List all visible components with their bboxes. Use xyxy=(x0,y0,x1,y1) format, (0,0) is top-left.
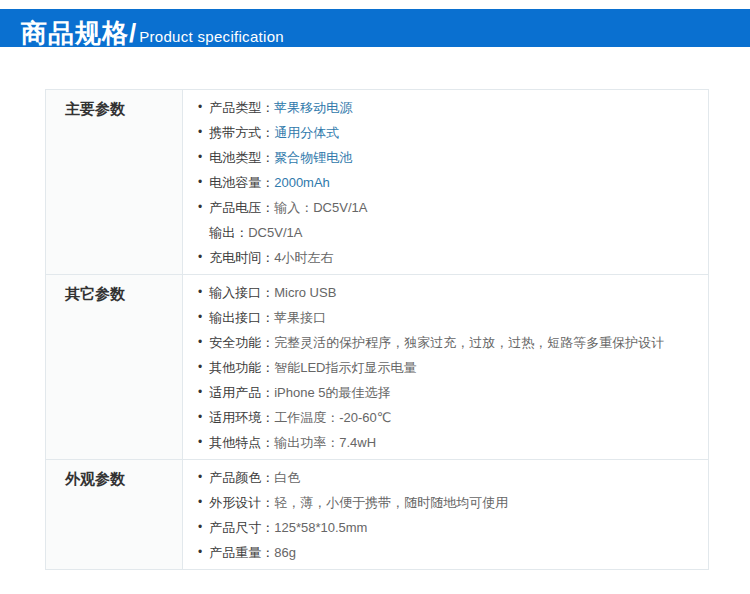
bullet-icon: • xyxy=(198,145,202,170)
spec-label: 适用产品： xyxy=(209,380,274,405)
spec-line: •产品尺寸：125*58*10.5mm xyxy=(198,515,693,540)
spec-label: 产品颜色： xyxy=(209,465,274,490)
spec-value: 输入：DC5V/1A xyxy=(274,195,367,220)
spec-value: 苹果接口 xyxy=(274,305,326,330)
bullet-icon: • xyxy=(198,245,202,270)
section-items: •产品类型：苹果移动电源•携带方式：通用分体式•电池类型：聚合物锂电池•电池容量… xyxy=(183,90,708,274)
section-title: 其它参数 xyxy=(46,275,183,459)
page-title-zh: 商品规格/ xyxy=(21,14,137,52)
spec-label: 电池容量： xyxy=(209,170,274,195)
spec-label: 安全功能： xyxy=(209,330,274,355)
section-header-banner: 商品规格/ Product specification xyxy=(0,9,750,47)
section-title: 外观参数 xyxy=(46,460,183,569)
spec-value: 轻，薄，小便于携带，随时随地均可使用 xyxy=(274,490,508,515)
spec-label: 其他特点： xyxy=(209,430,274,455)
spec-label: 产品电压： xyxy=(209,195,274,220)
bullet-icon: • xyxy=(198,490,202,515)
spec-value: 输出功率：7.4wH xyxy=(274,430,376,455)
section-header-text: 商品规格/ Product specification xyxy=(21,14,284,52)
spec-value: 工作温度：-20-60℃ xyxy=(274,405,391,430)
spec-line: •输出：DC5V/1A xyxy=(198,220,693,245)
section-items: •输入接口：Micro USB•输出接口：苹果接口•安全功能：完整灵活的保护程序… xyxy=(183,275,708,459)
spec-label: 输出： xyxy=(209,220,248,245)
spec-label: 充电时间： xyxy=(209,245,274,270)
spec-value: 86g xyxy=(274,540,296,565)
spec-label: 适用环境： xyxy=(209,405,274,430)
spec-line: •适用环境：工作温度：-20-60℃ xyxy=(198,405,693,430)
bullet-icon: • xyxy=(198,170,202,195)
spec-value: Micro USB xyxy=(274,280,336,305)
spec-line: •其他特点：输出功率：7.4wH xyxy=(198,430,693,455)
bullet-icon: • xyxy=(198,465,202,490)
spec-line: •其他功能：智能LED指示灯显示电量 xyxy=(198,355,693,380)
page-title-en: Product specification xyxy=(139,28,284,45)
spec-line: •产品电压：输入：DC5V/1A xyxy=(198,195,693,220)
spec-table: 主要参数•产品类型：苹果移动电源•携带方式：通用分体式•电池类型：聚合物锂电池•… xyxy=(45,89,709,570)
spec-line: •充电时间：4小时左右 xyxy=(198,245,693,270)
spec-label: 外形设计： xyxy=(209,490,274,515)
spec-label: 其他功能： xyxy=(209,355,274,380)
spec-line: •产品重量：86g xyxy=(198,540,693,565)
spec-value: 智能LED指示灯显示电量 xyxy=(274,355,416,380)
bullet-icon: • xyxy=(198,95,202,120)
spec-line: •输入接口：Micro USB xyxy=(198,280,693,305)
section-items: •产品颜色：白色•外形设计：轻，薄，小便于携带，随时随地均可使用•产品尺寸：12… xyxy=(183,460,708,569)
spec-value: DC5V/1A xyxy=(248,220,302,245)
spec-value: 完整灵活的保护程序，独家过充，过放，过热，短路等多重保护设计 xyxy=(274,330,664,355)
spec-line: •电池容量：2000mAh xyxy=(198,170,693,195)
spec-line: •携带方式：通用分体式 xyxy=(198,120,693,145)
spec-label: 携带方式： xyxy=(209,120,274,145)
table-row: 主要参数•产品类型：苹果移动电源•携带方式：通用分体式•电池类型：聚合物锂电池•… xyxy=(46,90,708,274)
spec-line: •产品颜色：白色 xyxy=(198,465,693,490)
spec-label: 输入接口： xyxy=(209,280,274,305)
bullet-icon: • xyxy=(198,330,202,355)
bullet-icon: • xyxy=(198,430,202,455)
table-row: 外观参数•产品颜色：白色•外形设计：轻，薄，小便于携带，随时随地均可使用•产品尺… xyxy=(46,459,708,569)
spec-value-link[interactable]: 苹果移动电源 xyxy=(274,95,352,120)
table-row: 其它参数•输入接口：Micro USB•输出接口：苹果接口•安全功能：完整灵活的… xyxy=(46,274,708,459)
spec-label: 产品类型： xyxy=(209,95,274,120)
spec-line: •适用产品：iPhone 5的最佳选择 xyxy=(198,380,693,405)
spec-line: •安全功能：完整灵活的保护程序，独家过充，过放，过热，短路等多重保护设计 xyxy=(198,330,693,355)
spec-line: •产品类型：苹果移动电源 xyxy=(198,95,693,120)
bullet-icon: • xyxy=(198,195,202,220)
bullet-icon: • xyxy=(198,515,202,540)
spec-value-link[interactable]: 2000mAh xyxy=(274,170,330,195)
spec-value-link[interactable]: 聚合物锂电池 xyxy=(274,145,352,170)
spec-value: iPhone 5的最佳选择 xyxy=(274,380,390,405)
spec-value: 4小时左右 xyxy=(274,245,333,270)
bullet-icon: • xyxy=(198,280,202,305)
bullet-icon: • xyxy=(198,540,202,565)
spec-value: 125*58*10.5mm xyxy=(274,515,367,540)
spec-label: 输出接口： xyxy=(209,305,274,330)
spec-line: •输出接口：苹果接口 xyxy=(198,305,693,330)
bullet-icon: • xyxy=(198,355,202,380)
bullet-icon: • xyxy=(198,305,202,330)
spec-value-link[interactable]: 通用分体式 xyxy=(274,120,339,145)
spec-label: 产品尺寸： xyxy=(209,515,274,540)
bullet-icon: • xyxy=(198,405,202,430)
spec-line: •电池类型：聚合物锂电池 xyxy=(198,145,693,170)
bullet-icon: • xyxy=(198,380,202,405)
spec-label: 产品重量： xyxy=(209,540,274,565)
bullet-icon: • xyxy=(198,120,202,145)
spec-line: •外形设计：轻，薄，小便于携带，随时随地均可使用 xyxy=(198,490,693,515)
spec-label: 电池类型： xyxy=(209,145,274,170)
section-title: 主要参数 xyxy=(46,90,183,274)
spec-value: 白色 xyxy=(274,465,300,490)
